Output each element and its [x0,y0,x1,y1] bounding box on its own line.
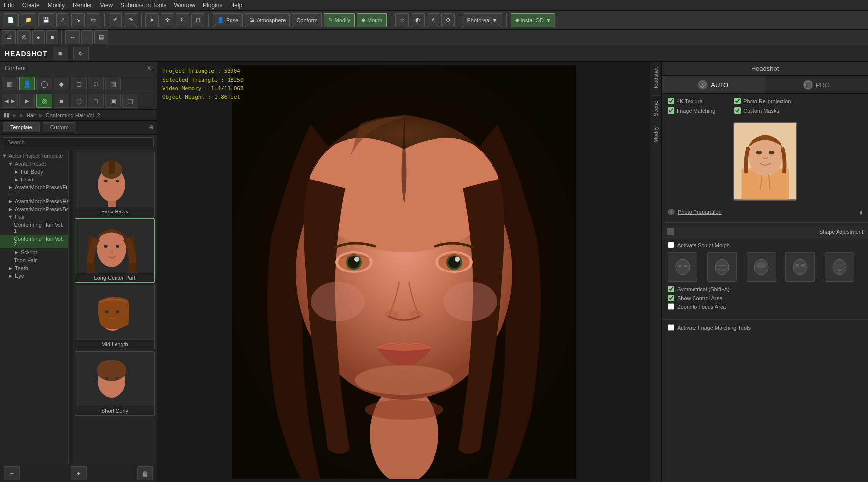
shape-adj-header[interactable]: − Shape Adjustment [662,226,868,238]
morph-tile-3[interactable] [747,252,776,282]
icon-shape[interactable]: ◻ [71,77,87,90]
icon2-1[interactable]: ◄► [2,94,18,108]
morph-tile-5[interactable] [825,252,854,282]
morph-tile-1[interactable] [668,252,697,282]
show-control-checkbox[interactable] [668,295,674,301]
side-tab-modify[interactable]: Modify [651,121,661,147]
tree-item-morph-head[interactable]: ►AvatarMorphPreset/Head [0,197,68,205]
menu-submission-tools[interactable]: Submission Tools [120,2,166,9]
auto-tab[interactable]: A AUTO [662,76,765,93]
hair-card-short[interactable]: Short Curly [75,351,155,416]
icon1-button[interactable]: ☆ [395,13,409,27]
icon-image[interactable]: ▦ [105,77,121,90]
tb2-btn2[interactable]: ◎ [17,30,31,44]
open-button[interactable]: 📁 [21,13,36,27]
zoom-focus-checkbox[interactable] [668,303,674,310]
side-tab-headshot[interactable]: Headshot [651,62,661,95]
menu-help[interactable]: Help [230,2,242,9]
tree-item-conf-hair-1[interactable]: Conforming Hair Vol. 1 [0,221,68,235]
icon-paint[interactable]: ◯ [36,77,52,90]
new-button[interactable]: 📄 [3,13,19,27]
expand-icon[interactable]: ⊕ [149,124,154,131]
close-icon[interactable]: ✕ [147,65,152,72]
tree-item-teeth[interactable]: ►Teeth [0,264,68,272]
tree-item-morph-full[interactable]: ►AvatarMorphPreset/Full ... [0,183,68,197]
menu-window[interactable]: Window [174,2,195,9]
scale-button[interactable]: ◻ [191,13,204,27]
4k-texture-checkbox[interactable] [668,98,674,104]
image-matching-checkbox[interactable] [668,107,674,114]
activate-sculpt-checkbox[interactable] [668,242,674,248]
icon2-5[interactable]: ◌ [71,94,87,108]
tree-item-toon-hair[interactable]: Toon Hair [0,256,68,264]
tb2-btn7[interactable]: ▤ [94,30,108,44]
tree-item-hair[interactable]: ▼Hair [0,213,68,221]
modify-button[interactable]: ✎ Modify [324,13,355,27]
grid-btn[interactable]: ▤ [137,466,153,480]
import-button[interactable]: ↗ [56,13,69,27]
tree-item-avatar-preset[interactable]: ▼AvatarPreset [0,160,68,168]
hair-card-mid-length[interactable]: Mid Length [75,285,155,349]
image-match-checkbox[interactable] [668,324,674,331]
pro-tab[interactable]: P PRO [765,76,868,93]
photo-prep-link[interactable]: Photo Preparation [678,209,722,215]
menu-create[interactable]: Create [22,2,40,9]
breadcrumb-vol2[interactable]: Conforming Hair Vol. 2 [46,112,100,118]
tree-item-head[interactable]: ►Head [0,176,68,183]
menu-render[interactable]: Render [73,2,92,9]
icon-figure[interactable]: 👤 [19,77,35,90]
menu-modify[interactable]: Modify [48,2,65,9]
custom-masks-checkbox[interactable] [734,107,741,114]
tb2-btn5[interactable]: ↔ [65,30,80,44]
icon2-4[interactable]: ■ [54,94,69,108]
tb2-btn3[interactable]: ● [32,30,45,44]
atmosphere-button[interactable]: 🌤 Atmosphere [245,13,290,27]
icon2-8[interactable]: ▢ [122,94,138,108]
icon-face[interactable]: ☺ [88,77,104,90]
hair-card-long-center[interactable]: Long Center Part [75,218,155,283]
tree-item-conf-hair-2[interactable]: Conforming Hair Vol. 2 [0,235,68,248]
minus-btn[interactable]: − [4,466,20,480]
tb2-btn1[interactable]: ☰ [2,30,16,44]
tb2-btn6[interactable]: ↕ [81,30,93,44]
tree-item-eye[interactable]: ►Eye [0,272,68,280]
photo-reprojection-checkbox[interactable] [734,98,741,104]
tb2-btn4[interactable]: ■ [46,30,58,44]
breadcrumb-home[interactable]: ▮▮ [4,112,10,118]
instalod-button[interactable]: ◆ InstaLOD ▼ [511,13,555,27]
rotate-button[interactable]: ↻ [176,13,189,27]
move-button[interactable]: ✜ [161,13,174,27]
morph-tile-2[interactable] [707,252,737,282]
tree-item-actor-project[interactable]: ▼Actor Project Template [0,152,68,160]
tree-item-sckript[interactable]: ►Sckript [0,248,68,256]
icon2-2[interactable]: ► [19,94,35,108]
morph-tile-4[interactable] [785,252,815,282]
icon4-button[interactable]: ⊕ [441,13,455,27]
pose-button[interactable]: 👤 Pose [213,13,243,27]
icon2-button[interactable]: ◐ [411,13,425,27]
icon3-button[interactable]: A [427,13,439,27]
photo-prep-expand[interactable]: ▮ [859,209,862,215]
menu-edit[interactable]: Edit [4,2,14,9]
tree-item-morph-body[interactable]: ►AvatarMorphPreset/Body [0,205,68,213]
select-button[interactable]: ➤ [145,13,159,27]
menu-plugins[interactable]: Plugins [203,2,222,9]
headshot-icon2[interactable]: ⛭ [73,47,89,60]
render-button[interactable]: ▭ [87,13,100,27]
info-icon[interactable]: i [668,209,675,215]
symmetrical-checkbox[interactable] [668,286,674,292]
tree-item-full-body[interactable]: ►Full Body [0,168,68,176]
breadcrumb-hair[interactable]: Hair [27,112,36,118]
icon2-6[interactable]: □ [88,94,104,108]
menu-view[interactable]: View [100,2,113,9]
hair-card-faux-hawk[interactable]: Faux Hawk [75,152,155,216]
headshot-icon1[interactable]: ■ [53,47,68,60]
search-input[interactable] [3,137,154,147]
photoreal-button[interactable]: Photoreal ▼ [463,13,502,27]
save-button[interactable]: 💾 [38,13,54,27]
conform-button[interactable]: Conform [292,13,321,27]
undo-button[interactable]: ↶ [109,13,122,27]
icon2-7[interactable]: ▣ [105,94,121,108]
custom-tab[interactable]: Custom [43,122,76,132]
icon-bone[interactable]: ◆ [54,77,69,90]
